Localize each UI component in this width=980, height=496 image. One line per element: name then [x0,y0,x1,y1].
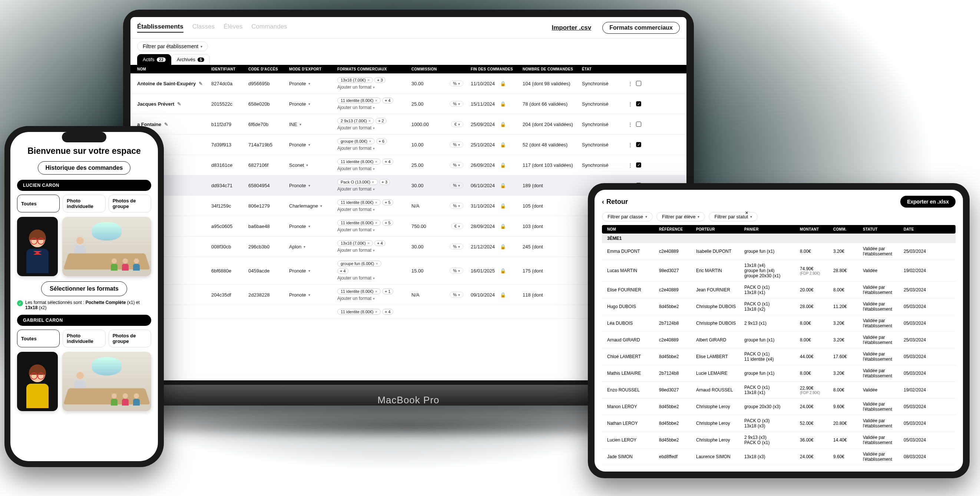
commission-unit-dropdown[interactable]: % ▾ [450,182,463,188]
select-formats-button[interactable]: Sélectionner les formats [41,281,127,296]
filter-statut-dropdown[interactable]: Filtrer par statut▾ [709,212,757,221]
remove-chip-icon[interactable]: × [372,180,374,184]
history-button[interactable]: Historique des commandes [38,161,131,175]
format-more-chip[interactable]: + 1 [382,288,393,294]
format-chip[interactable]: Pack O (13.00€) × [337,179,378,185]
row-menu-icon[interactable]: ⋮ [628,162,633,168]
add-format-button[interactable]: Ajouter un format ▾ [337,186,411,192]
import-csv-button[interactable]: Importer .csv [552,24,592,32]
edit-icon[interactable]: ✎ [199,81,203,86]
table-row[interactable]: Antoine de Saint-Exupéry ✎ 8274dc0a d956… [130,73,686,94]
cell-mode[interactable]: Pronote ▾ [289,183,337,188]
photo-group-1[interactable] [62,217,151,276]
commission-unit-dropdown[interactable]: % ▾ [450,141,463,148]
table-row[interactable]: Nathan LEROY 8d45bbe2 Christophe Leroy P… [602,415,956,432]
filter-groupe[interactable]: Photos de groupe [108,329,151,347]
tab-etablissements[interactable]: Établissements [137,23,183,33]
table-row[interactable]: Lucien LEROY 8d45bbe2 Christophe Leroy 2… [602,432,956,448]
commission-unit-dropdown[interactable]: € ▾ [451,223,463,229]
table-row[interactable]: Emma DUPONT c2e40889 Isabelle DUPONT gro… [602,243,956,260]
table-row[interactable]: Jacques Prévert ✎ 2015522c 658e020b Pron… [130,94,686,114]
format-chip[interactable]: 11 identite (8.00€) × [337,309,381,315]
format-more-chip[interactable]: + 5 [382,220,393,226]
row-checkbox[interactable] [636,122,641,127]
formats-commerciaux-button[interactable]: Formats commerciaux [602,22,680,34]
remove-chip-icon[interactable]: × [376,261,378,266]
filter-all[interactable]: Toutes [17,329,60,347]
format-more-chip[interactable]: + 5 [382,199,393,205]
subtab-archives[interactable]: Archivés 5 [171,54,210,65]
format-chip[interactable]: 11 identite (8.00€) × [337,220,381,226]
remove-chip-icon[interactable]: × [375,200,377,205]
format-chip[interactable]: groupe fun (6.00€) × [337,261,382,267]
format-more-chip[interactable]: + 2 [375,118,387,124]
subtab-actifs[interactable]: Actifs 22 [137,54,171,65]
tab-classes[interactable]: Classes [192,23,215,33]
add-format-button[interactable]: Ajouter un format ▾ [337,125,411,130]
format-chip[interactable]: groupe (8.00€) × [337,138,375,144]
cell-mode[interactable]: Pronote ▾ [289,142,337,148]
commission-unit-dropdown[interactable]: % ▾ [450,162,463,168]
row-checkbox[interactable] [636,81,641,86]
filter-individuelle[interactable]: Photo individuelle [63,195,105,212]
remove-chip-icon[interactable]: × [368,241,369,245]
cell-mode[interactable]: Pronote ▾ [289,292,337,298]
cell-mode[interactable]: Pronote ▾ [289,81,337,86]
filter-individuelle[interactable]: Photo individuelle [63,329,105,347]
format-chip[interactable]: 2 9x13 (7.00€) × [337,118,374,124]
remove-chip-icon[interactable]: × [369,139,371,143]
add-format-button[interactable]: Ajouter un format ▾ [337,105,411,110]
tab-eleves[interactable]: Élèves [223,23,242,33]
format-chip[interactable]: 13x18 (7.00€) × [337,77,373,83]
clear-filter-icon[interactable]: ✕ [745,211,748,215]
table-row[interactable]: Léa DUBOIS 2b7124b8 Christophe DUBOIS 2 … [602,315,956,332]
filter-classe-dropdown[interactable]: Filtrer par classe▾ [602,212,653,221]
remove-chip-icon[interactable]: × [375,98,377,103]
cell-mode[interactable]: Charlemagne ▾ [289,203,337,209]
format-more-chip[interactable]: + 4 [337,268,348,274]
commission-unit-dropdown[interactable]: % ▾ [450,292,463,298]
table-row[interactable]: Hugo DUBOIS 8d45bbe2 Christophe DUBOIS P… [602,299,956,315]
table-row[interactable]: Arnaud GIRARD c2e40889 Albert GIRARD gro… [602,332,956,348]
format-more-chip[interactable]: + 4 [382,309,393,315]
format-chip[interactable]: 11 identite (8.00€) × [337,288,381,294]
table-row[interactable]: Enzo ROUSSEL 98ed3027 Arnaud ROUSSEL PAC… [602,382,956,399]
add-format-button[interactable]: Ajouter un format ▾ [337,275,411,281]
commission-unit-dropdown[interactable]: % ▾ [450,101,463,107]
add-format-button[interactable]: Ajouter un format ▾ [337,146,411,151]
add-format-button[interactable]: Ajouter un format ▾ [337,227,411,232]
table-row[interactable]: Chloé LAMBERT 8d45bbe2 Elise LAMBERT PAC… [602,348,956,365]
cell-mode[interactable]: Pronote ▾ [289,224,337,229]
filter-groupe[interactable]: Photos de groupe [108,195,151,212]
remove-chip-icon[interactable]: × [368,78,369,82]
commission-unit-dropdown[interactable]: % ▾ [450,203,463,209]
table-row[interactable]: Mathis LEMAIRE 2b7124b8 Lucie LEMAIRE gr… [602,365,956,382]
row-menu-icon[interactable]: ⋮ [628,142,633,148]
table-row[interactable]: Lucas MARTIN 98ed3027 Eric MARTIN 13x18 … [602,260,956,282]
format-more-chip[interactable]: + 3 [374,77,385,83]
format-chip[interactable]: 11 identite (8.00€) × [337,159,381,165]
remove-chip-icon[interactable]: × [375,221,377,225]
photo-individual-1[interactable] [17,217,58,276]
photo-individual-2[interactable] [17,352,58,411]
cell-mode[interactable]: Sconet ▾ [289,162,337,168]
format-more-chip[interactable]: + 4 [382,159,393,165]
format-more-chip[interactable]: + 4 [374,240,385,246]
row-menu-icon[interactable]: ⋮ [628,122,633,127]
format-chip[interactable]: 11 identite (8.00€) × [337,97,381,103]
row-checkbox[interactable]: ✓ [636,162,641,168]
back-button[interactable]: ‹ Retour [602,198,628,206]
table-row[interactable]: n ✎ d83161ce 6827106f Sconet ▾ 11 identi… [130,155,686,175]
commission-unit-dropdown[interactable]: € ▾ [451,121,463,127]
cell-mode[interactable]: Aplon ▾ [289,244,337,250]
export-xlsx-button[interactable]: Exporter en .xlsx [900,196,956,208]
cell-mode[interactable]: Pronote ▾ [289,268,337,273]
format-more-chip[interactable]: + 4 [382,97,393,103]
commission-unit-dropdown[interactable]: % ▾ [450,80,463,86]
row-menu-icon[interactable]: ⋮ [628,81,633,86]
table-row[interactable]: Elise FOURNIER c2e40889 Jean FOURNIER PA… [602,282,956,299]
table-row[interactable]: s ✎ 7d39f913 714a719b5 Pronote ▾ groupe … [130,135,686,155]
commission-unit-dropdown[interactable]: % ▾ [450,243,463,250]
table-row[interactable]: Jade SIMON ebd8ffedf Laurence SIMON 13x1… [602,448,956,465]
filter-all[interactable]: Toutes [17,195,60,212]
